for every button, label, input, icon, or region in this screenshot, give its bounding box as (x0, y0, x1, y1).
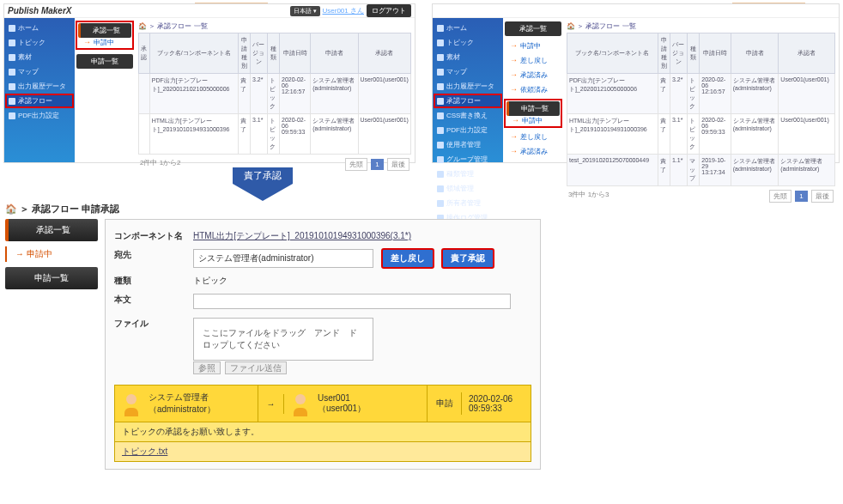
return-button[interactable]: 差し戻し (382, 249, 434, 268)
home-icon[interactable]: 🏠 (5, 203, 17, 214)
th[interactable]: 申請者 (731, 33, 779, 74)
sidebar-item-material[interactable]: 素材 (434, 51, 501, 64)
approver-panel: Publish MakerX 日本語 ▾ User001 さん ログアウト ホー… (3, 3, 415, 163)
pager: 3件中 1から3 先頭 1 最後 (567, 186, 835, 206)
request-list-button[interactable]: 申請一覧 (5, 267, 98, 289)
th[interactable]: 承認者 (358, 33, 410, 74)
area-icon (437, 185, 444, 192)
sidebar-item-group[interactable]: グループ管理 (434, 153, 501, 166)
l2[interactable]: → 差し戻し (505, 56, 561, 65)
lang-switch[interactable]: 日本語 ▾ (290, 6, 320, 16)
table-row[interactable]: PDF出力[テンプレート]_20200121021005000006責了3.2*… (139, 74, 411, 114)
th[interactable]: 申請日時 (700, 33, 731, 74)
th[interactable]: 承認 (139, 33, 150, 74)
table-row[interactable]: PDF出力[テンプレート]_20200121005000006責了3.2*トピッ… (567, 74, 835, 114)
th[interactable]: 申請者 (311, 33, 358, 74)
logout-button[interactable]: ログアウト (367, 4, 411, 17)
user-link[interactable]: User001 さん (323, 6, 364, 15)
table-row[interactable]: HTML出力[テンプレート]_20191010194931000396責了3.1… (139, 114, 411, 155)
sidebar-item-approval[interactable]: 承認フロー (434, 94, 501, 107)
pdf-icon (437, 127, 444, 134)
pending-link[interactable]: → 申請中 (5, 246, 98, 262)
sidebar-item-css[interactable]: CSS書き換え (434, 109, 501, 122)
material-icon (9, 54, 15, 61)
main-area: 🏠 ＞ 承認フロー 一覧 承認 ブック名/コンポーネント名 申請種別 バージョン… (135, 18, 415, 162)
th[interactable]: 申請日時 (280, 33, 311, 74)
flow-arrow: 責了承認 (233, 167, 293, 201)
sidebar-item-pdf[interactable]: PDF出力設定 (6, 109, 73, 122)
approve-button[interactable]: 責了承認 (442, 249, 494, 268)
request-list-button[interactable]: 申請一覧 (76, 54, 133, 69)
flow-message: トピックの承認をお願い致します。 (115, 422, 531, 441)
table-row[interactable]: HTML出力[テンプレート]_20191010194931000396責了3.1… (567, 114, 835, 155)
sidebar-item-pdf[interactable]: PDF出力設定 (434, 124, 501, 137)
request-list-button[interactable]: 申請一覧 (506, 101, 560, 116)
sidebar-item-output[interactable]: 出力履歴データ (6, 80, 73, 93)
pager-first[interactable]: 先頭 (345, 158, 367, 171)
sidebar-item-home[interactable]: ホーム (6, 21, 73, 34)
th[interactable]: 種類 (267, 33, 279, 74)
submenu-pending-link[interactable]: → 申請中 (78, 38, 131, 47)
map-icon (437, 69, 444, 76)
sidebar-item-kind[interactable]: 種類管理 (434, 167, 501, 180)
table-row[interactable]: test_20191020125070000449責了1.1*マップ2019-1… (567, 155, 835, 186)
topic-icon (437, 39, 444, 46)
sidebar: ホーム トピック 素材 マップ 出力履歴データ 承認フロー CSS書き換え PD… (433, 18, 503, 162)
l1[interactable]: → 申請中 (505, 41, 561, 51)
th[interactable]: ブック名/コンポーネント名 (567, 33, 658, 74)
th[interactable]: 承認者 (779, 33, 835, 74)
sidebar-item-area[interactable]: 領域管理 (434, 182, 501, 195)
output-icon (9, 83, 15, 90)
th[interactable]: 種類 (687, 33, 699, 74)
sidebar-item-approval[interactable]: 承認フロー (6, 94, 73, 107)
l7[interactable]: → 承認済み (505, 147, 561, 156)
th[interactable]: バージョン (670, 33, 687, 74)
arrow-head-icon (233, 184, 293, 201)
topic-icon (9, 39, 15, 46)
th[interactable]: ブック名/コンポーネント名 (149, 33, 238, 74)
pager-last[interactable]: 最後 (811, 190, 834, 203)
l4[interactable]: → 依頼済み (505, 85, 561, 94)
sidebar-item-topic[interactable]: トピック (434, 36, 501, 49)
pager-first[interactable]: 先頭 (769, 190, 791, 203)
flow-status: 申請 (428, 392, 462, 415)
approval-list-button[interactable]: 承認一覧 (505, 21, 561, 36)
home-icon: 🏠 (138, 22, 147, 30)
l3[interactable]: → 承認済み (505, 70, 561, 80)
sidebar-item-home[interactable]: ホーム (434, 21, 501, 34)
body-input[interactable] (193, 294, 511, 309)
arrow-icon: → (83, 38, 94, 46)
component-link[interactable]: HTML出力[テンプレート]_20191010194931000396(3.1*… (193, 231, 411, 240)
user-icon (437, 142, 444, 149)
material-icon (437, 54, 444, 61)
to-input[interactable]: システム管理者(administrator) (193, 249, 373, 268)
detail-form: コンポーネント名 HTML出力[テンプレート]_2019101019493100… (105, 219, 541, 470)
l6[interactable]: → 差し戻し (505, 132, 561, 142)
browse-button[interactable]: 参照 (193, 361, 221, 374)
flow-attachment[interactable]: トピック.txt (115, 441, 531, 461)
approval-list-button[interactable]: 承認一覧 (5, 219, 98, 241)
pager-1[interactable]: 1 (371, 159, 383, 170)
approval-list-button[interactable]: 承認一覧 (78, 23, 131, 38)
pager-last[interactable]: 最後 (387, 158, 409, 171)
th[interactable]: 申請種別 (658, 33, 670, 74)
sidebar-item-topic[interactable]: トピック (6, 36, 73, 49)
sidebar-item-material[interactable]: 素材 (6, 51, 73, 64)
l5[interactable]: → 申請中 (506, 116, 560, 125)
sidebar-item-map[interactable]: マップ (6, 65, 73, 78)
pager-info: 2件中 1から2 (140, 158, 181, 167)
flow-time: 2020-02-06 09:59:33 (462, 389, 531, 418)
group-icon (437, 156, 444, 163)
pager-info: 3件中 1から3 (568, 190, 610, 199)
output-icon (437, 83, 444, 90)
send-file-button[interactable]: ファイル送信 (225, 361, 287, 374)
th[interactable]: バージョン (251, 33, 268, 74)
breadcrumb: 🏠 ＞ 承認フロー 申請承認 (5, 199, 541, 219)
sidebar-item-output[interactable]: 出力履歴データ (434, 80, 501, 93)
approval-icon (9, 98, 15, 105)
sidebar-item-user[interactable]: 使用者管理 (434, 138, 501, 151)
pager-1[interactable]: 1 (795, 191, 807, 202)
sidebar-item-map[interactable]: マップ (434, 65, 501, 78)
th[interactable]: 申請種別 (238, 33, 250, 74)
file-dropzone[interactable]: ここにファイルをドラッグ アンド ドロップしてください (193, 318, 373, 361)
